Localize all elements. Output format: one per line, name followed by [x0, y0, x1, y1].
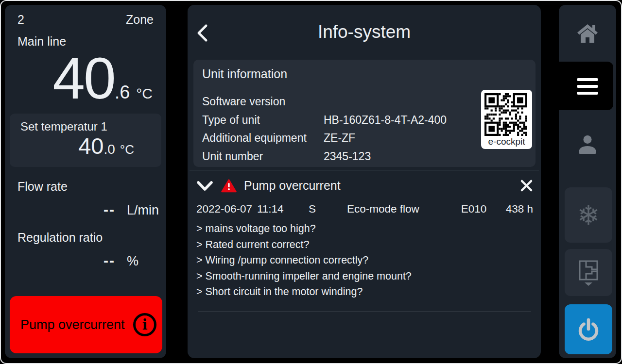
home-icon — [576, 23, 599, 44]
checklist-item: > Short circuit in the motor winding? — [196, 284, 533, 300]
row-label: Type of unit — [202, 111, 324, 130]
row-value: 2345-123 — [324, 148, 371, 166]
set-temp-integer: 40 — [78, 132, 104, 160]
regulation-ratio-label: Regulation ratio — [5, 218, 166, 245]
flow-rate-label: Flow rate — [5, 167, 166, 194]
set-temp-unit: °C — [120, 142, 134, 157]
menu-bar — [577, 85, 598, 88]
warning-triangle-icon — [221, 179, 237, 193]
close-icon — [520, 179, 533, 192]
alarm-title: Pump overcurrent — [244, 179, 341, 193]
set-temperature-label: Set temperatur 1 — [20, 120, 151, 133]
alarm-time: 11:14 — [257, 203, 309, 215]
menu-icon[interactable] — [577, 78, 598, 99]
e-cockpit-qr-card[interactable]: e-cockpit — [481, 90, 532, 149]
set-temperature-value: 40 .0 °C — [20, 132, 151, 160]
row-value: ZE-ZF — [324, 129, 355, 148]
sidebar-item-user[interactable] — [559, 120, 616, 169]
zone-number: 2 — [17, 13, 24, 27]
alarm-header: Pump overcurrent — [196, 179, 533, 193]
zone-status-panel: 2 Zone Main line 40 .6 °C Set temperatur… — [5, 5, 166, 358]
info-header: Info-system — [188, 5, 541, 59]
unit-info-row: Unit number 2345-123 — [202, 148, 536, 166]
set-temp-fraction: .0 — [104, 142, 115, 157]
qr-label: e-cockpit — [484, 136, 529, 148]
alarm-mode: Eco-mode flow — [347, 203, 461, 215]
zone-header: 2 Zone — [5, 5, 166, 27]
menu-bar — [577, 78, 598, 81]
checklist-item: > Rated current correct? — [196, 237, 533, 253]
checklist-item: > Wiring /pump connection correctly? — [196, 252, 533, 268]
snowflake-icon: ❄ — [577, 199, 600, 231]
user-icon — [576, 133, 599, 156]
info-icon: i — [133, 313, 156, 336]
flow-rate-row: -- L/min — [5, 194, 166, 218]
alarm-date: 2022-06-07 — [196, 203, 257, 215]
hmi-screen: 2 Zone Main line 40 .6 °C Set temperatur… — [0, 0, 622, 364]
row-label: Unit number — [202, 148, 324, 166]
alarm-error-code: E010 — [461, 203, 506, 215]
row-value: HB-160Z61-8-4T-A2-400 — [324, 111, 447, 130]
flow-rate-unit: L/min — [127, 203, 159, 218]
unit-information-title: Unit information — [202, 67, 536, 81]
pump-overcurrent-alert-button[interactable]: Pump overcurrent i — [10, 296, 162, 353]
close-button[interactable] — [520, 179, 533, 192]
alarm-detail-section: Pump overcurrent 2022-06-07 11:14 S Eco-… — [188, 170, 541, 312]
checklist-item: > mains voltage too high? — [196, 221, 533, 237]
regulation-ratio-unit: % — [127, 254, 138, 269]
main-temp-fraction: .6 — [115, 82, 130, 103]
qr-code-icon — [484, 93, 527, 136]
flow-rate-value: -- — [5, 201, 115, 218]
alarm-operating-hours: 438 h — [506, 203, 533, 215]
sidebar-item-home[interactable] — [559, 5, 616, 62]
row-label: Software version — [202, 93, 324, 111]
sidebar-item-mold[interactable] — [565, 249, 612, 296]
main-temp-unit: °C — [136, 85, 153, 102]
regulation-ratio-value: -- — [5, 252, 115, 269]
alarm-class: S — [309, 203, 347, 215]
chevron-left-icon — [196, 24, 208, 42]
chevron-down-icon[interactable] — [196, 180, 213, 192]
unit-information-card: Unit information Software version Type o… — [193, 60, 536, 167]
page-title: Info-system — [188, 22, 541, 42]
menu-bar — [577, 92, 598, 95]
alarm-checklist: > mains voltage too high? > Rated curren… — [196, 221, 533, 300]
row-label: Additional equipment — [202, 129, 324, 148]
regulation-ratio-row: -- % — [5, 245, 166, 269]
set-temperature-card[interactable]: Set temperatur 1 40 .0 °C — [10, 114, 161, 167]
sidebar-item-cooling[interactable]: ❄ — [565, 187, 612, 243]
back-button[interactable] — [196, 23, 211, 43]
mold-icon — [577, 259, 600, 286]
power-icon — [575, 316, 602, 343]
bottom-divider — [198, 312, 531, 312]
power-button[interactable] — [565, 304, 612, 354]
alarm-meta-row: 2022-06-07 11:14 S Eco-mode flow E010 43… — [196, 203, 533, 215]
main-line-temperature: 40 .6 °C — [5, 45, 166, 112]
info-system-panel: Info-system Unit information Software ve… — [188, 5, 541, 358]
zone-label: Zone — [126, 13, 154, 27]
checklist-item: > Smooth-running impeller and engine mou… — [196, 268, 533, 284]
main-temp-integer: 40 — [52, 45, 114, 112]
alert-label: Pump overcurrent — [20, 317, 125, 332]
